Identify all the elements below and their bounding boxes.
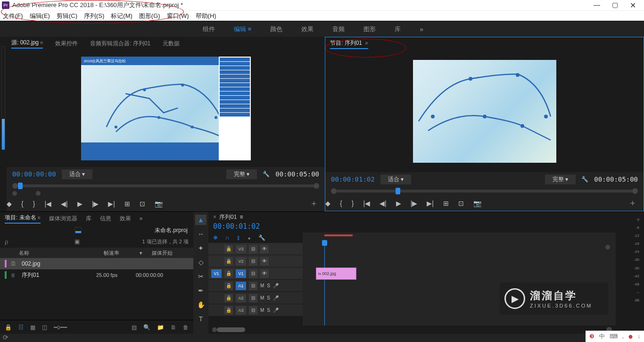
- workspace-graphics[interactable]: 图形: [363, 25, 376, 33]
- bin-icon[interactable]: ▣: [74, 238, 80, 245]
- selection-tool[interactable]: ▲: [195, 215, 206, 225]
- marker-icon[interactable]: ◆: [7, 200, 12, 208]
- track-select-tool[interactable]: ↔: [195, 229, 206, 239]
- p-step-fwd-icon[interactable]: |▶: [411, 200, 418, 207]
- source-scrub-track[interactable]: [18, 184, 314, 187]
- project-item-002jpg[interactable]: 🖻 002.jpg: [0, 258, 193, 269]
- step-fwd-icon[interactable]: |▶: [92, 200, 99, 208]
- audio-mixer-tab[interactable]: 音频剪辑混合器: 序列01: [90, 40, 150, 48]
- source-time-in[interactable]: 00:00:00:00: [12, 170, 56, 178]
- tl-scroll-left[interactable]: [212, 327, 217, 332]
- timeline-timecode[interactable]: 00:00:01:02: [208, 222, 616, 233]
- effect-controls-tab[interactable]: 效果控件: [55, 40, 78, 48]
- slip-tool[interactable]: ✂: [195, 271, 206, 282]
- program-viewer[interactable]: [413, 60, 556, 163]
- new-bin-icon[interactable]: 📁: [157, 324, 164, 331]
- timeline-tab[interactable]: 序列01: [219, 213, 237, 221]
- program-settings-icon[interactable]: 🔧: [581, 176, 588, 183]
- track-v1[interactable]: V1🔒 V1⊟👁: [208, 267, 303, 280]
- write-lock-icon[interactable]: 🔒: [5, 324, 12, 331]
- maximize-button[interactable]: ▢: [610, 1, 619, 10]
- program-quality-dropdown[interactable]: 完整 ▾: [545, 175, 576, 184]
- type-tool[interactable]: T: [195, 314, 206, 324]
- track-v2[interactable]: 🔒 V2⊟👁: [208, 255, 303, 267]
- workspace-color[interactable]: 颜色: [270, 25, 282, 33]
- sync-icon[interactable]: ⟳: [3, 334, 8, 341]
- program-scrub-left-handle[interactable]: [331, 188, 337, 194]
- export-frame-icon[interactable]: 📷: [155, 200, 163, 208]
- workspace-audio[interactable]: 音频: [332, 25, 345, 33]
- p-export-frame-icon[interactable]: 📷: [473, 200, 481, 207]
- project-columns[interactable]: 名称 帧速率▾ 媒体开始: [0, 248, 193, 258]
- source-zoom-handle-l[interactable]: [12, 191, 17, 196]
- timeline-settings-icon[interactable]: 🔧: [258, 234, 265, 241]
- p-marker-icon[interactable]: ◆: [325, 200, 330, 207]
- source-zoom-handle-r[interactable]: [36, 191, 41, 196]
- snap-icon[interactable]: ❄: [213, 234, 218, 241]
- workspace-assembly[interactable]: 组件: [203, 25, 215, 33]
- find-icon[interactable]: 🔍: [143, 324, 150, 331]
- hand-tool[interactable]: ✋: [195, 300, 206, 310]
- out-point-icon[interactable]: }: [33, 200, 35, 208]
- overwrite-icon[interactable]: ⊡: [140, 200, 145, 208]
- library-tab[interactable]: 库: [86, 215, 91, 223]
- minimize-button[interactable]: —: [592, 1, 602, 10]
- ime-indicator[interactable]: 中: [599, 333, 605, 341]
- marker-align-icon[interactable]: ⫿: [237, 234, 240, 241]
- tray-icon-1[interactable]: ❸: [589, 333, 594, 340]
- menu-graphics[interactable]: 图形(G): [139, 12, 160, 20]
- goto-out-icon[interactable]: ▶|: [108, 200, 115, 208]
- program-scrub-track[interactable]: [337, 190, 632, 192]
- icon-view-icon[interactable]: ▦: [30, 324, 35, 331]
- step-back-icon[interactable]: ◀|: [61, 200, 68, 208]
- info-tab[interactable]: 信息: [100, 215, 111, 223]
- insert-icon[interactable]: ⊞: [124, 200, 130, 208]
- freeform-view-icon[interactable]: ◫: [42, 324, 47, 331]
- p-in-point-icon[interactable]: {: [340, 200, 342, 207]
- lock-icon[interactable]: 🔒: [224, 245, 233, 253]
- p-out-point-icon[interactable]: }: [352, 200, 354, 207]
- menu-edit[interactable]: 编辑(E): [30, 12, 50, 20]
- timeline-scrollbar[interactable]: [208, 325, 616, 334]
- play-icon[interactable]: ▶: [77, 200, 83, 208]
- p-extract-icon[interactable]: ⊡: [458, 200, 464, 207]
- workspace-editing[interactable]: 编辑: [234, 25, 251, 33]
- menu-file[interactable]: 文件(F): [3, 12, 23, 20]
- track-v3[interactable]: 🔒 V3⊟👁: [208, 243, 303, 255]
- menu-marker[interactable]: 标记(M): [111, 12, 132, 20]
- project-tab[interactable]: 项目: 未命名 ≡: [5, 214, 41, 224]
- track-a2[interactable]: 🔒 A2⊟MS🎤: [208, 292, 303, 304]
- more-tab[interactable]: »: [140, 215, 143, 222]
- timeline-close[interactable]: ×: [213, 214, 216, 220]
- tray-arrow[interactable]: ↓: [637, 333, 640, 340]
- pen-tool[interactable]: ✒: [195, 285, 206, 296]
- source-settings-icon[interactable]: 🔧: [263, 171, 270, 177]
- program-tab[interactable]: 节目: 序列01 ≡: [330, 39, 368, 49]
- trash-icon[interactable]: 🗑: [183, 324, 189, 331]
- tray-dot[interactable]: ⬤: [628, 334, 633, 339]
- source-scrub-right-handle[interactable]: [314, 183, 319, 189]
- work-area-bar[interactable]: [324, 234, 353, 236]
- p-step-back-icon[interactable]: ◀|: [380, 200, 387, 207]
- timeline-zoom-handle-top[interactable]: [605, 245, 610, 250]
- ime-punct[interactable]: ,: [622, 333, 624, 340]
- menu-sequence[interactable]: 序列(S): [84, 12, 104, 20]
- source-tab[interactable]: 源: 002.jpg ≡: [11, 39, 43, 49]
- p-lift-icon[interactable]: ⊞: [443, 200, 449, 207]
- list-view-icon[interactable]: ☷: [18, 324, 24, 331]
- workspace-more[interactable]: »: [420, 25, 423, 33]
- razor-tool[interactable]: ◇: [195, 257, 206, 267]
- p-goto-in-icon[interactable]: |◀: [363, 200, 370, 207]
- keyboard-icon[interactable]: ⌨: [610, 333, 618, 340]
- media-browser-tab[interactable]: 媒体浏览器: [49, 215, 77, 223]
- program-scrub-right-handle[interactable]: [632, 188, 638, 194]
- auto-sequence-icon[interactable]: ▤: [132, 324, 137, 331]
- goto-in-icon[interactable]: |◀: [44, 200, 51, 208]
- close-button[interactable]: ✕: [628, 1, 637, 10]
- link-icon[interactable]: ∩: [225, 234, 230, 241]
- zoom-slider[interactable]: ━o━━: [54, 324, 67, 331]
- project-item-sequence01[interactable]: ⫼ 序列01 25.00 fps 00:00:00:00: [0, 269, 193, 281]
- timeline-menu-icon[interactable]: ≡: [239, 214, 243, 220]
- program-playhead[interactable]: [396, 188, 400, 194]
- marker-add-icon[interactable]: ⬥: [248, 234, 251, 241]
